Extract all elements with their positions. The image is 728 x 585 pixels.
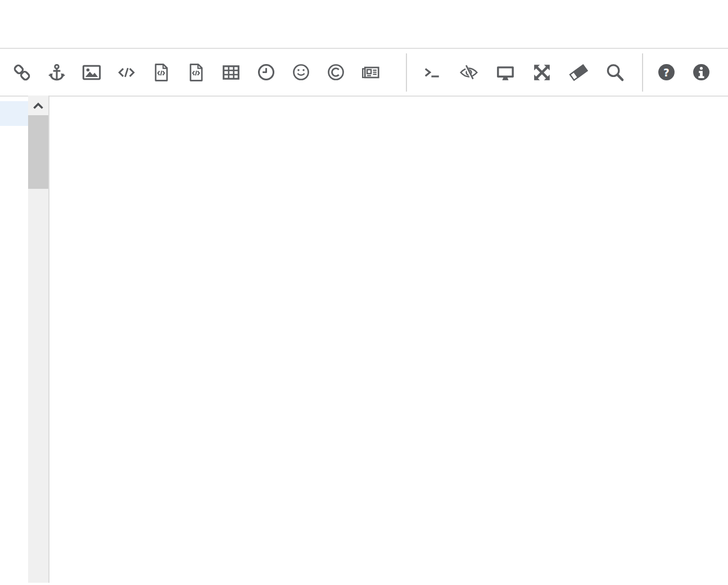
code-button[interactable] xyxy=(109,53,144,92)
clock-button[interactable] xyxy=(248,53,283,92)
gutter-highlight xyxy=(0,101,28,126)
link-button[interactable] xyxy=(4,53,39,92)
top-whitespace xyxy=(0,0,728,48)
editor-content-area[interactable] xyxy=(49,97,728,585)
help-icon: ? xyxy=(657,63,676,81)
scrollbar-up-button[interactable] xyxy=(28,96,48,115)
copyright-button[interactable] xyxy=(318,53,353,92)
anchor-button[interactable] xyxy=(39,53,74,92)
info-button[interactable] xyxy=(684,53,718,92)
image-button[interactable] xyxy=(74,53,109,92)
eraser-button[interactable] xyxy=(560,53,596,92)
monitor-icon xyxy=(495,63,516,82)
search-icon xyxy=(605,63,625,82)
search-button[interactable] xyxy=(596,53,633,92)
hide-button[interactable] xyxy=(450,53,487,92)
info-icon xyxy=(692,63,711,81)
table-icon xyxy=(221,63,241,82)
terminal-icon xyxy=(422,63,442,82)
terminal-button[interactable] xyxy=(414,53,450,92)
newspaper-button[interactable] xyxy=(353,53,388,92)
svg-text:?: ? xyxy=(663,67,670,79)
preview-button[interactable] xyxy=(487,53,523,92)
eye-slash-icon xyxy=(459,63,479,82)
copyright-icon xyxy=(327,63,345,81)
emoticon-icon xyxy=(292,63,310,81)
emoticon-button[interactable] xyxy=(283,53,318,92)
fullscreen-button[interactable] xyxy=(523,53,560,92)
anchor-icon xyxy=(47,63,66,82)
help-button[interactable]: ? xyxy=(649,53,684,92)
scrollbar-thumb[interactable] xyxy=(28,115,48,189)
clock-icon xyxy=(257,63,275,81)
eraser-icon xyxy=(568,63,589,82)
fullscreen-icon xyxy=(532,63,551,82)
link-icon xyxy=(12,63,31,82)
code-icon xyxy=(116,63,137,82)
toolbar-group-insert xyxy=(4,49,388,96)
toolbar-group-meta: ? xyxy=(649,49,718,96)
file-code-button[interactable] xyxy=(144,53,179,92)
editor-screen: ? xyxy=(0,0,728,585)
toolbar-separator xyxy=(642,53,643,92)
editor-toolbar: ? xyxy=(0,48,728,97)
file-code-alt-button[interactable] xyxy=(179,53,214,92)
image-icon xyxy=(82,63,101,82)
file-code-alt-icon xyxy=(187,63,206,82)
newspaper-icon xyxy=(360,63,381,82)
toolbar-group-tools xyxy=(414,49,633,96)
table-button[interactable] xyxy=(214,53,248,92)
toolbar-separator xyxy=(406,53,407,92)
file-code-icon xyxy=(152,63,171,82)
left-scrollbar[interactable] xyxy=(28,96,49,583)
chevron-up-icon xyxy=(32,102,44,110)
